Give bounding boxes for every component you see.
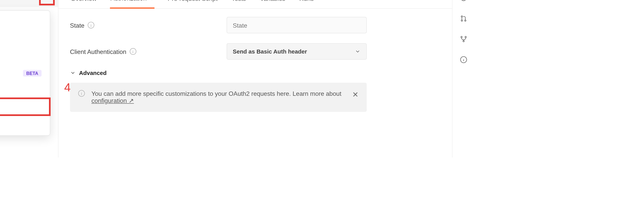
svg-point-28 [460, 0, 466, 1]
svg-point-33 [465, 36, 466, 38]
right-rail [452, 0, 474, 157]
ctx-move[interactable]: Move [0, 31, 50, 48]
changelog-icon[interactable] [459, 0, 468, 2]
info-panel-icon[interactable] [459, 55, 468, 64]
chevron-down-icon [355, 48, 361, 54]
svg-point-34 [463, 40, 464, 42]
sidebar: FHIR Patient This colle Add a req Share … [0, 0, 58, 157]
state-input[interactable] [226, 17, 367, 33]
chevron-down-icon [70, 70, 76, 76]
reqtab-overview[interactable]: Overview [70, 0, 98, 8]
reqtab-variables[interactable]: Variables [259, 0, 286, 8]
collection-name: FHIR Patient [0, 0, 38, 1]
svg-point-31 [464, 20, 466, 21]
client-auth-select[interactable]: Send as Basic Auth header [226, 43, 367, 60]
annotation-step-4: 4 [64, 81, 71, 94]
collection-row[interactable]: FHIR Patient [0, 0, 58, 7]
collection-context-menu: Share Move Run collection Generate tests… [0, 10, 50, 136]
info-icon[interactable]: i [130, 48, 136, 55]
collection-more-button[interactable] [42, 0, 52, 3]
beta-badge: BETA [23, 70, 42, 76]
svg-point-30 [461, 20, 462, 21]
forks-icon[interactable] [459, 35, 468, 43]
ctx-edit[interactable]: Edit [0, 81, 50, 98]
ctx-run-collection[interactable]: Run collection [0, 48, 50, 65]
request-tabs: Overview Authorization Pre-request Scrip… [58, 0, 452, 9]
close-icon[interactable]: ✕ [352, 90, 358, 99]
state-label: State i [70, 22, 227, 29]
svg-point-32 [460, 36, 462, 38]
configuration-link[interactable]: configuration ↗ [91, 97, 134, 104]
reqtab-authorization[interactable]: Authorization [110, 0, 154, 9]
oauth-notice: i You can add more specific customizatio… [70, 83, 367, 112]
pull-request-icon[interactable] [459, 14, 468, 23]
info-icon[interactable]: i [88, 22, 94, 28]
reqtab-pre-request[interactable]: Pre-request Script [167, 0, 218, 8]
ctx-share[interactable]: Share [0, 14, 50, 31]
reqtab-runs[interactable]: Runs [298, 0, 314, 8]
ctx-add-request[interactable]: Add request [0, 98, 50, 115]
ctx-generate-tests[interactable]: Generate tests BETA [0, 65, 50, 82]
reqtab-tests[interactable]: Tests [231, 0, 247, 8]
svg-point-29 [461, 16, 462, 17]
content-area: FHIR Patient Share Fork [58, 0, 452, 157]
info-icon: i [78, 90, 85, 97]
advanced-toggle[interactable]: Advanced [70, 70, 441, 76]
client-auth-label: Client Authentication i [70, 48, 227, 55]
ctx-add-folder[interactable]: Add folder [0, 115, 50, 132]
